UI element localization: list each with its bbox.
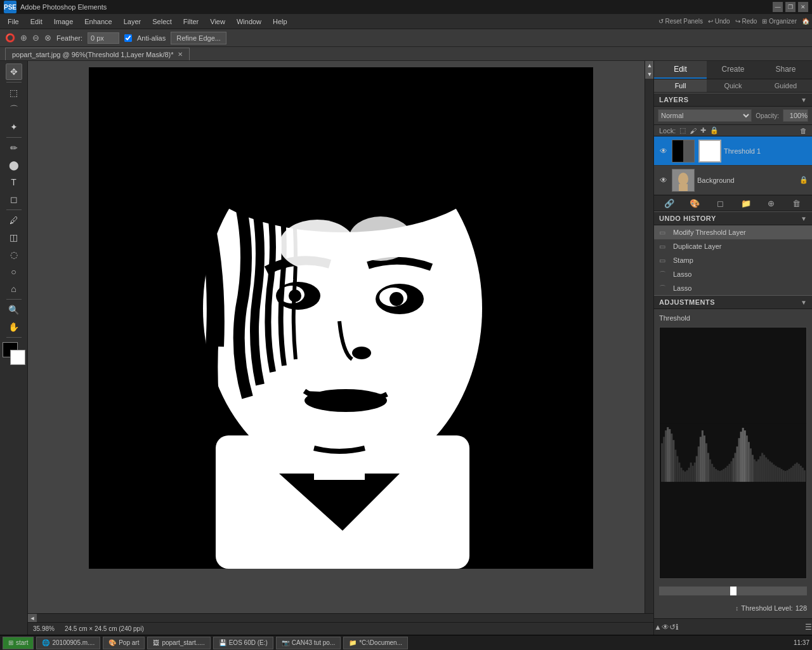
tab-create[interactable]: Create (707, 61, 759, 79)
create-adjustment-btn[interactable]: ⊕ (764, 197, 778, 209)
history-item-0[interactable]: ▭ Modify Threshold Layer (654, 225, 812, 239)
menu-image[interactable]: Image (49, 17, 79, 27)
layer-visibility-threshold1[interactable]: 👁 (658, 145, 669, 157)
layer-visibility-background[interactable]: 👁 (658, 175, 669, 186)
reset-panels-btn[interactable]: ↺ Reset Panels (658, 18, 703, 25)
clone-tool[interactable]: ⌂ (6, 281, 22, 297)
sub-tab-full[interactable]: Full (654, 79, 707, 92)
smudge-tool[interactable]: ◌ (6, 246, 22, 263)
sub-tab-guided[interactable]: Guided (759, 79, 812, 92)
document-canvas (89, 67, 593, 569)
tab-edit[interactable]: Edit (654, 61, 707, 79)
add-style-btn[interactable]: 🎨 (688, 197, 702, 209)
start-button[interactable]: ⊞ start (3, 637, 34, 649)
zoom-tool[interactable]: 🔍 (6, 302, 22, 318)
antialias-checkbox[interactable] (124, 34, 132, 42)
delete-layer-btn[interactable]: 🗑 (800, 127, 807, 135)
lock-pixels-btn[interactable]: 🖌 (690, 127, 697, 135)
menu-file[interactable]: File (3, 17, 24, 27)
svg-rect-28 (665, 430, 667, 482)
adjustments-collapse-btn[interactable]: ▼ (801, 299, 807, 306)
svg-rect-39 (686, 470, 688, 482)
pencil-tool[interactable]: 🖊 (6, 212, 22, 229)
delete-layer-btn2[interactable]: 🗑 (790, 197, 804, 209)
layer-item-threshold1[interactable]: 👁 Threshold 1 (654, 136, 812, 166)
minimize-button[interactable]: — (773, 2, 783, 12)
svg-rect-66 (738, 438, 740, 482)
tab-title: popart_start.jpg @ 96%(Threshold 1,Layer… (12, 51, 174, 58)
refine-edge-button[interactable]: Refine Edge... (171, 32, 226, 44)
home-btn[interactable]: 🏠 (802, 18, 809, 25)
lock-transparent-btn[interactable]: ⬚ (679, 126, 686, 135)
sub-tab-quick[interactable]: Quick (707, 79, 759, 92)
menu-select[interactable]: Select (147, 17, 177, 27)
threshold-handle[interactable] (730, 587, 737, 595)
tab-share[interactable]: Share (759, 61, 812, 79)
history-item-4[interactable]: ⌒ Lasso (654, 281, 812, 295)
opacity-input[interactable] (783, 109, 808, 122)
lasso-tool[interactable]: ⌒ (6, 102, 22, 118)
add-mask-btn[interactable]: ◻ (713, 197, 727, 209)
history-label-0: Modify Threshold Layer (673, 229, 746, 236)
taskbar-item-5[interactable]: 📁 *C:\Documen... (343, 637, 408, 649)
menu-enhance[interactable]: Enhance (79, 17, 117, 27)
intersect-icon: ⊗ (44, 33, 51, 43)
threshold-slider[interactable] (659, 587, 807, 595)
layer-item-background[interactable]: 👁 Background 🔒 (654, 166, 812, 195)
adjustments-title: ADJUSTMENTS (659, 298, 715, 306)
panel-refresh-btn[interactable]: ↺ (669, 623, 676, 632)
svg-rect-55 (717, 470, 719, 482)
menu-help[interactable]: Help (268, 17, 292, 27)
color-swatches[interactable] (3, 342, 25, 365)
redo-btn[interactable]: ↪ Redo (735, 18, 757, 25)
eraser-tool[interactable]: ◫ (6, 229, 22, 246)
tabbar: popart_start.jpg @ 96%(Threshold 1,Layer… (0, 47, 812, 61)
taskbar-item-3[interactable]: 💾 EOS 60D (E:) (213, 637, 273, 649)
lock-position-btn[interactable]: ✚ (700, 126, 706, 135)
panel-more-btn[interactable]: ☰ (805, 623, 812, 632)
eyedropper-tool[interactable]: ✏ (6, 140, 22, 156)
layers-collapse-btn[interactable]: ▼ (801, 96, 807, 103)
organizer-btn[interactable]: ⊞ Organizer (762, 18, 797, 25)
text-tool[interactable]: T (6, 174, 22, 190)
dodge-tool[interactable]: ○ (6, 263, 22, 280)
undo-history-collapse-btn[interactable]: ▼ (801, 215, 807, 222)
link-layers-btn[interactable]: 🔗 (662, 197, 676, 209)
taskbar-item-0[interactable]: 🌐 20100905.m.... (36, 637, 100, 649)
shape-tool[interactable]: ◻ (6, 191, 22, 208)
tab-close-btn[interactable]: ✕ (178, 51, 183, 58)
svg-rect-54 (715, 469, 717, 482)
lock-all-btn[interactable]: 🔒 (710, 126, 719, 135)
menu-edit[interactable]: Edit (25, 17, 48, 27)
menu-window[interactable]: Window (232, 17, 266, 27)
undo-btn[interactable]: ↩ Undo (708, 18, 730, 25)
blend-mode-select[interactable]: Normal (658, 109, 752, 122)
taskbar-item-4[interactable]: 📷 CAN43 tut po... (276, 637, 341, 649)
svg-rect-65 (737, 446, 738, 482)
taskbar-item-2[interactable]: 🖼 popart_start..... (147, 637, 210, 649)
menu-filter[interactable]: Filter (178, 17, 204, 27)
close-button[interactable]: ✕ (798, 2, 808, 12)
marquee-rect-tool[interactable]: ⬚ (6, 84, 22, 101)
magic-wand-tool[interactable]: ✦ (6, 119, 22, 135)
paintbucket-tool[interactable]: ⬤ (6, 157, 22, 173)
history-item-2[interactable]: ▭ Stamp (654, 253, 812, 267)
hand-tool[interactable]: ✋ (6, 319, 22, 335)
history-item-3[interactable]: ⌒ Lasso (654, 267, 812, 281)
document-tab[interactable]: popart_start.jpg @ 96%(Threshold 1,Layer… (5, 48, 190, 60)
background-color[interactable] (10, 350, 25, 365)
feather-input[interactable] (88, 32, 119, 44)
menu-layer[interactable]: Layer (119, 17, 147, 27)
menu-view[interactable]: View (205, 17, 230, 27)
history-item-1[interactable]: ▭ Duplicate Layer (654, 239, 812, 253)
restore-button[interactable]: ❐ (785, 2, 796, 12)
move-tool[interactable]: ✥ (6, 63, 22, 80)
panel-eye-btn[interactable]: 👁 (662, 623, 669, 632)
create-group-btn[interactable]: 📁 (739, 197, 753, 209)
svg-rect-29 (667, 427, 669, 482)
taskbar-item-1[interactable]: 🎨 Pop art (103, 637, 145, 649)
svg-rect-89 (783, 470, 785, 482)
svg-rect-83 (771, 463, 773, 482)
panel-info-btn[interactable]: ℹ (676, 623, 679, 632)
panel-view-btn[interactable]: ▲ (654, 623, 662, 632)
